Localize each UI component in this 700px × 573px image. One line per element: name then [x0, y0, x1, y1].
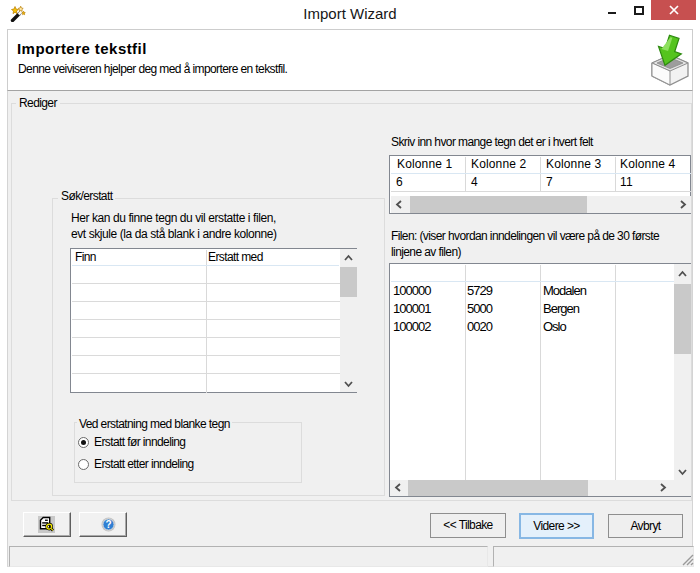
svg-text:?: ? — [105, 519, 111, 530]
